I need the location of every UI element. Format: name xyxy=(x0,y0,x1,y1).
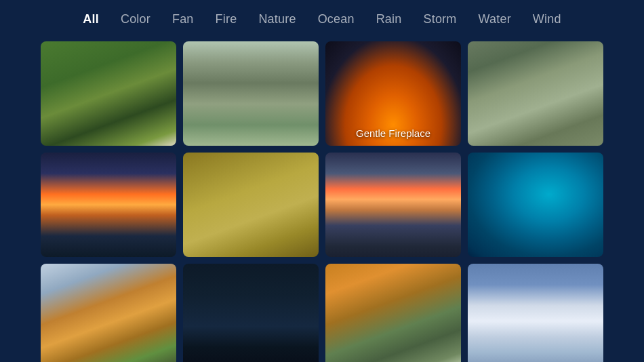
thumbnail-rocks xyxy=(468,41,603,146)
thumbnail-tracks xyxy=(183,41,319,146)
nav-item-rain[interactable]: Rain xyxy=(376,12,402,26)
grid-item-lake-sunset[interactable] xyxy=(41,153,176,257)
grid-item-tents[interactable] xyxy=(41,41,176,146)
thumbnail-autumn-trees xyxy=(41,264,176,362)
grid-item-autumn-trees[interactable] xyxy=(41,264,176,362)
nav-item-nature[interactable]: Nature xyxy=(258,12,296,26)
grid-item-rocks[interactable] xyxy=(468,41,603,146)
thumbnail-wind-grass xyxy=(183,153,319,257)
thumbnail-clouds xyxy=(468,264,603,362)
grid-item-clouds[interactable] xyxy=(468,264,603,362)
thumbnail-bench-sunset xyxy=(325,153,461,257)
grid-item-forest-autumn[interactable] xyxy=(325,264,461,362)
thumbnail-flowers xyxy=(468,153,603,257)
grid-item-wind-grass[interactable] xyxy=(183,153,319,257)
nav-item-ocean[interactable]: Ocean xyxy=(318,12,355,26)
thumbnail-lake-sunset xyxy=(41,153,176,257)
nav-item-wind[interactable]: Wind xyxy=(533,12,561,26)
media-grid: Gentle Fireplace xyxy=(0,36,644,362)
grid-item-flowers[interactable] xyxy=(468,153,603,257)
thumbnail-dark-water xyxy=(183,264,319,362)
nav-item-water[interactable]: Water xyxy=(479,12,511,26)
grid-item-bench-sunset[interactable] xyxy=(325,153,461,257)
grid-item-dark-water[interactable] xyxy=(183,264,319,362)
nav-item-storm[interactable]: Storm xyxy=(424,12,457,26)
nav-item-fan[interactable]: Fan xyxy=(172,12,194,26)
nav-item-all[interactable]: All xyxy=(83,12,99,26)
nav-item-fire[interactable]: Fire xyxy=(216,12,237,26)
nav-item-color[interactable]: Color xyxy=(121,12,150,26)
thumbnail-tents xyxy=(41,41,176,146)
thumbnail-forest-autumn xyxy=(325,264,461,362)
grid-item-fireplace[interactable]: Gentle Fireplace xyxy=(325,41,461,146)
item-label-fireplace: Gentle Fireplace xyxy=(325,127,461,139)
grid-item-tracks[interactable] xyxy=(183,41,319,146)
category-nav: AllColorFanFireNatureOceanRainStormWater… xyxy=(0,0,644,36)
